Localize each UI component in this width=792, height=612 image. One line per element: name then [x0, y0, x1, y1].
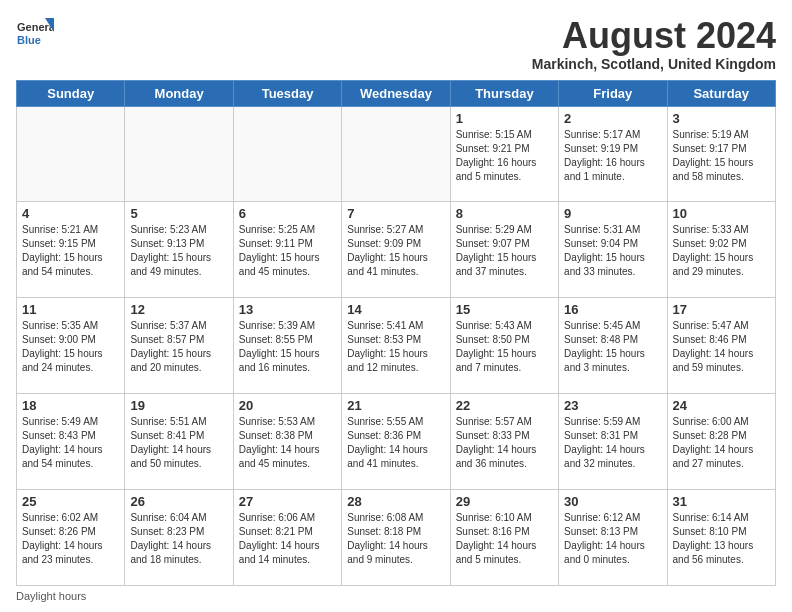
day-info: Sunrise: 5:15 AM Sunset: 9:21 PM Dayligh… — [456, 128, 553, 184]
calendar-cell — [342, 106, 450, 202]
calendar-cell — [233, 106, 341, 202]
calendar-cell: 18Sunrise: 5:49 AM Sunset: 8:43 PM Dayli… — [17, 394, 125, 490]
calendar-cell: 15Sunrise: 5:43 AM Sunset: 8:50 PM Dayli… — [450, 298, 558, 394]
day-info: Sunrise: 5:49 AM Sunset: 8:43 PM Dayligh… — [22, 415, 119, 471]
logo-svg: General Blue — [16, 16, 54, 54]
day-info: Sunrise: 5:45 AM Sunset: 8:48 PM Dayligh… — [564, 319, 661, 375]
day-info: Sunrise: 5:35 AM Sunset: 9:00 PM Dayligh… — [22, 319, 119, 375]
day-info: Sunrise: 6:08 AM Sunset: 8:18 PM Dayligh… — [347, 511, 444, 567]
calendar-cell: 30Sunrise: 6:12 AM Sunset: 8:13 PM Dayli… — [559, 490, 667, 586]
day-number: 21 — [347, 398, 444, 413]
weekday-header-tuesday: Tuesday — [233, 80, 341, 106]
day-info: Sunrise: 6:04 AM Sunset: 8:23 PM Dayligh… — [130, 511, 227, 567]
day-info: Sunrise: 5:21 AM Sunset: 9:15 PM Dayligh… — [22, 223, 119, 279]
day-number: 12 — [130, 302, 227, 317]
weekday-header-wednesday: Wednesday — [342, 80, 450, 106]
month-title: August 2024 — [532, 16, 776, 56]
calendar-week-row: 18Sunrise: 5:49 AM Sunset: 8:43 PM Dayli… — [17, 394, 776, 490]
calendar-cell: 19Sunrise: 5:51 AM Sunset: 8:41 PM Dayli… — [125, 394, 233, 490]
day-number: 7 — [347, 206, 444, 221]
calendar-cell: 2Sunrise: 5:17 AM Sunset: 9:19 PM Daylig… — [559, 106, 667, 202]
day-number: 26 — [130, 494, 227, 509]
day-info: Sunrise: 5:29 AM Sunset: 9:07 PM Dayligh… — [456, 223, 553, 279]
day-info: Sunrise: 5:17 AM Sunset: 9:19 PM Dayligh… — [564, 128, 661, 184]
calendar-week-row: 4Sunrise: 5:21 AM Sunset: 9:15 PM Daylig… — [17, 202, 776, 298]
day-info: Sunrise: 5:25 AM Sunset: 9:11 PM Dayligh… — [239, 223, 336, 279]
day-info: Sunrise: 5:39 AM Sunset: 8:55 PM Dayligh… — [239, 319, 336, 375]
day-info: Sunrise: 6:06 AM Sunset: 8:21 PM Dayligh… — [239, 511, 336, 567]
calendar-cell: 24Sunrise: 6:00 AM Sunset: 8:28 PM Dayli… — [667, 394, 775, 490]
day-number: 3 — [673, 111, 770, 126]
calendar-cell: 22Sunrise: 5:57 AM Sunset: 8:33 PM Dayli… — [450, 394, 558, 490]
calendar-cell: 28Sunrise: 6:08 AM Sunset: 8:18 PM Dayli… — [342, 490, 450, 586]
calendar-cell: 17Sunrise: 5:47 AM Sunset: 8:46 PM Dayli… — [667, 298, 775, 394]
day-number: 9 — [564, 206, 661, 221]
calendar-cell: 12Sunrise: 5:37 AM Sunset: 8:57 PM Dayli… — [125, 298, 233, 394]
calendar-cell: 4Sunrise: 5:21 AM Sunset: 9:15 PM Daylig… — [17, 202, 125, 298]
day-number: 28 — [347, 494, 444, 509]
weekday-header-thursday: Thursday — [450, 80, 558, 106]
weekday-header-sunday: Sunday — [17, 80, 125, 106]
calendar-cell — [17, 106, 125, 202]
day-info: Sunrise: 5:23 AM Sunset: 9:13 PM Dayligh… — [130, 223, 227, 279]
calendar-cell: 21Sunrise: 5:55 AM Sunset: 8:36 PM Dayli… — [342, 394, 450, 490]
day-info: Sunrise: 5:59 AM Sunset: 8:31 PM Dayligh… — [564, 415, 661, 471]
day-number: 15 — [456, 302, 553, 317]
location: Markinch, Scotland, United Kingdom — [532, 56, 776, 72]
day-info: Sunrise: 5:19 AM Sunset: 9:17 PM Dayligh… — [673, 128, 770, 184]
day-info: Sunrise: 6:12 AM Sunset: 8:13 PM Dayligh… — [564, 511, 661, 567]
day-number: 4 — [22, 206, 119, 221]
calendar-cell: 9Sunrise: 5:31 AM Sunset: 9:04 PM Daylig… — [559, 202, 667, 298]
calendar-week-row: 25Sunrise: 6:02 AM Sunset: 8:26 PM Dayli… — [17, 490, 776, 586]
footer-note: Daylight hours — [16, 590, 776, 602]
calendar-cell: 20Sunrise: 5:53 AM Sunset: 8:38 PM Dayli… — [233, 394, 341, 490]
day-info: Sunrise: 5:37 AM Sunset: 8:57 PM Dayligh… — [130, 319, 227, 375]
calendar-cell: 25Sunrise: 6:02 AM Sunset: 8:26 PM Dayli… — [17, 490, 125, 586]
calendar-cell: 27Sunrise: 6:06 AM Sunset: 8:21 PM Dayli… — [233, 490, 341, 586]
weekday-header-row: SundayMondayTuesdayWednesdayThursdayFrid… — [17, 80, 776, 106]
calendar-cell: 29Sunrise: 6:10 AM Sunset: 8:16 PM Dayli… — [450, 490, 558, 586]
weekday-header-friday: Friday — [559, 80, 667, 106]
day-info: Sunrise: 5:41 AM Sunset: 8:53 PM Dayligh… — [347, 319, 444, 375]
day-number: 10 — [673, 206, 770, 221]
day-info: Sunrise: 6:00 AM Sunset: 8:28 PM Dayligh… — [673, 415, 770, 471]
calendar-cell: 8Sunrise: 5:29 AM Sunset: 9:07 PM Daylig… — [450, 202, 558, 298]
page-header: General Blue August 2024 Markinch, Scotl… — [16, 16, 776, 72]
day-number: 27 — [239, 494, 336, 509]
day-number: 6 — [239, 206, 336, 221]
day-number: 2 — [564, 111, 661, 126]
day-number: 23 — [564, 398, 661, 413]
calendar-cell: 3Sunrise: 5:19 AM Sunset: 9:17 PM Daylig… — [667, 106, 775, 202]
day-number: 1 — [456, 111, 553, 126]
day-info: Sunrise: 5:31 AM Sunset: 9:04 PM Dayligh… — [564, 223, 661, 279]
day-number: 31 — [673, 494, 770, 509]
calendar-week-row: 1Sunrise: 5:15 AM Sunset: 9:21 PM Daylig… — [17, 106, 776, 202]
calendar-cell: 16Sunrise: 5:45 AM Sunset: 8:48 PM Dayli… — [559, 298, 667, 394]
day-number: 22 — [456, 398, 553, 413]
day-number: 14 — [347, 302, 444, 317]
calendar-cell: 11Sunrise: 5:35 AM Sunset: 9:00 PM Dayli… — [17, 298, 125, 394]
calendar-cell: 14Sunrise: 5:41 AM Sunset: 8:53 PM Dayli… — [342, 298, 450, 394]
title-area: August 2024 Markinch, Scotland, United K… — [532, 16, 776, 72]
svg-text:Blue: Blue — [17, 34, 41, 46]
calendar-table: SundayMondayTuesdayWednesdayThursdayFrid… — [16, 80, 776, 586]
day-info: Sunrise: 5:33 AM Sunset: 9:02 PM Dayligh… — [673, 223, 770, 279]
calendar-cell: 6Sunrise: 5:25 AM Sunset: 9:11 PM Daylig… — [233, 202, 341, 298]
day-number: 25 — [22, 494, 119, 509]
day-number: 24 — [673, 398, 770, 413]
calendar-cell: 26Sunrise: 6:04 AM Sunset: 8:23 PM Dayli… — [125, 490, 233, 586]
day-info: Sunrise: 6:02 AM Sunset: 8:26 PM Dayligh… — [22, 511, 119, 567]
day-number: 30 — [564, 494, 661, 509]
day-info: Sunrise: 5:43 AM Sunset: 8:50 PM Dayligh… — [456, 319, 553, 375]
calendar-cell: 7Sunrise: 5:27 AM Sunset: 9:09 PM Daylig… — [342, 202, 450, 298]
calendar-cell: 13Sunrise: 5:39 AM Sunset: 8:55 PM Dayli… — [233, 298, 341, 394]
day-info: Sunrise: 5:47 AM Sunset: 8:46 PM Dayligh… — [673, 319, 770, 375]
calendar-cell: 1Sunrise: 5:15 AM Sunset: 9:21 PM Daylig… — [450, 106, 558, 202]
day-info: Sunrise: 5:51 AM Sunset: 8:41 PM Dayligh… — [130, 415, 227, 471]
day-info: Sunrise: 5:53 AM Sunset: 8:38 PM Dayligh… — [239, 415, 336, 471]
day-info: Sunrise: 5:57 AM Sunset: 8:33 PM Dayligh… — [456, 415, 553, 471]
day-number: 17 — [673, 302, 770, 317]
day-number: 19 — [130, 398, 227, 413]
calendar-cell: 23Sunrise: 5:59 AM Sunset: 8:31 PM Dayli… — [559, 394, 667, 490]
day-info: Sunrise: 6:14 AM Sunset: 8:10 PM Dayligh… — [673, 511, 770, 567]
